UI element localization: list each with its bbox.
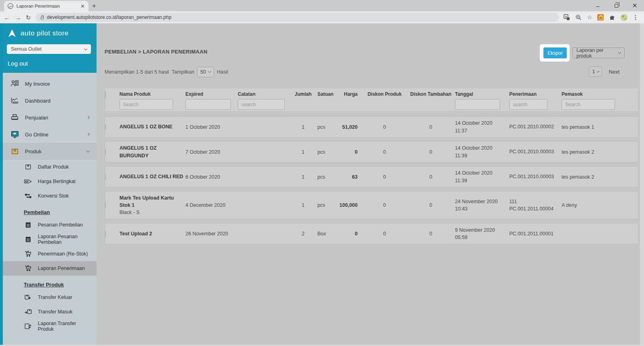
browser-tab[interactable]: Laporan Penerimaan ✕: [4, 1, 88, 11]
sidebar-item-transfer-masuk[interactable]: Transfer Masuk: [3, 305, 97, 319]
sidebar-item-pesanan-pembelian[interactable]: Pesanan Pembelian: [3, 218, 97, 232]
cell-diskon-produk: 0: [362, 202, 407, 208]
filter-catatan-input[interactable]: [238, 99, 285, 110]
cell-nama-produk: Test Upload 2: [119, 230, 185, 237]
export-button[interactable]: Ekspor: [543, 47, 567, 58]
back-icon[interactable]: ←: [4, 14, 10, 21]
sidebar-item-transfer-keluar[interactable]: Transfer Keluar: [3, 290, 97, 305]
column-header-nama-produk: Nama Produk: [119, 91, 185, 97]
page-scrollbar[interactable]: [640, 23, 644, 346]
cell-tanggal: 14 October 202011:39: [455, 169, 509, 184]
transfer-out-icon: [24, 294, 33, 301]
online-store-icon: [10, 130, 20, 139]
column-header-catatan: Catatan: [238, 91, 292, 97]
hasil-label: Hasil: [217, 69, 228, 75]
table-row[interactable]: Mark Tes Upload Kartu Stok 1Black - S 4 …: [105, 191, 639, 219]
filter-penerimaan-input[interactable]: [509, 99, 547, 110]
page-number-value: 1: [592, 69, 595, 74]
cell-harga: 63: [336, 174, 362, 180]
outlet-select[interactable]: Semua Outlet: [7, 44, 91, 54]
sidebar-item-label: Pesanan Pembelian: [38, 222, 83, 228]
chevron-down-icon: [84, 47, 87, 50]
pagination: 1 Next: [589, 66, 619, 77]
cell-expired: 26 November 2020: [185, 231, 238, 237]
sidebar-item-konversi-stok[interactable]: Konversi Stok: [3, 189, 97, 203]
sidebar: auto pilot store Semua Outlet Log out My…: [0, 23, 97, 346]
sidebar-item-my-invoice[interactable]: My Invoice: [3, 75, 97, 92]
table-row[interactable]: ANGELUS 1 OZ CHILI RED 6 October 2020 1 …: [105, 166, 639, 187]
new-tab-button[interactable]: +: [88, 1, 100, 11]
page-number-select[interactable]: 1: [589, 66, 602, 77]
filter-expired-input[interactable]: [185, 99, 231, 110]
sidebar-item-laporan-penerimaan[interactable]: Laporan Penerimaan: [3, 261, 97, 276]
profile-avatar[interactable]: [621, 14, 628, 21]
row-checkbox[interactable]: [105, 231, 106, 237]
next-page-link[interactable]: Next: [609, 69, 619, 75]
close-button[interactable]: ✕: [625, 0, 644, 11]
shop-extension-icon[interactable]: [597, 14, 604, 21]
cell-pemasok: A deny: [562, 202, 622, 208]
cart-icon: [24, 250, 33, 257]
report-type-select[interactable]: Laporan per produk: [572, 47, 625, 58]
cell-penerimaan: PC.001.2010.00002: [509, 123, 562, 130]
page-size-select[interactable]: 50: [197, 67, 214, 77]
restore-button[interactable]: [607, 0, 625, 11]
logout-link[interactable]: Log out: [7, 60, 91, 67]
zoom-icon[interactable]: [575, 14, 582, 21]
column-header-diskon-tambahan: Diskon Tambahan: [407, 91, 455, 97]
tab-title: Laporan Penerimaan: [16, 4, 77, 8]
screen: Laporan Penerimaan ✕ + – ✕ ← → ↻ develop…: [0, 0, 644, 346]
column-header-diskon-produk: Diskon Produk: [362, 91, 407, 97]
dashboard-chart-icon: [10, 96, 20, 105]
table-row[interactable]: Test Upload 2 26 November 2020 2 Box 0 0…: [105, 223, 639, 244]
sidebar-item-label: Penjualan: [25, 115, 48, 121]
package-icon: [10, 147, 20, 156]
section-header-pembelian: Pembelian: [3, 203, 97, 218]
chevron-down-icon: [86, 149, 90, 152]
extensions-puzzle-icon[interactable]: [609, 14, 615, 21]
main-content: PEMBELIAN > LAPORAN PENERIMAAN Ekspor La…: [97, 23, 644, 346]
cell-satuan: Box: [314, 231, 336, 237]
row-checkbox[interactable]: [105, 124, 106, 130]
filter-tanggal-input[interactable]: [455, 99, 500, 110]
cell-diskon-tambahan: 0: [407, 124, 455, 130]
sidebar-item-laporan-transfer-produk[interactable]: Laporan Transfer Produk: [3, 319, 97, 334]
cell-expired: 1 October 2020: [185, 124, 238, 130]
sidebar-item-label: My Invoice: [25, 81, 50, 87]
tab-close-icon[interactable]: ✕: [80, 4, 85, 9]
sidebar-item-produk[interactable]: Produk: [3, 143, 97, 160]
cart-icon: [24, 265, 33, 272]
row-checkbox[interactable]: [105, 174, 106, 180]
cell-nama-produk: ANGELUS 1 OZ BURGUNDY: [119, 144, 185, 159]
sidebar-item-laporan-pesanan-pembelian[interactable]: Laporan Pesanan Pembelian: [3, 232, 97, 247]
cell-diskon-produk: 0: [362, 124, 407, 130]
logo-text: auto pilot store: [21, 29, 69, 37]
row-checkbox[interactable]: [105, 202, 106, 208]
sidebar-item-dashboard[interactable]: Dashboard: [3, 92, 97, 109]
browser-menu-icon[interactable]: ⋮: [633, 14, 638, 20]
reload-icon[interactable]: ↻: [26, 14, 31, 21]
bookmark-star-icon[interactable]: ☆: [587, 14, 592, 20]
cell-satuan: pcs: [314, 124, 336, 130]
minimize-button[interactable]: –: [588, 0, 607, 11]
cell-diskon-tambahan: 0: [407, 174, 455, 180]
select-all-checkbox[interactable]: [105, 91, 106, 99]
sidebar-item-penjualan[interactable]: Penjualan: [3, 109, 97, 126]
sidebar-item-daftar-produk[interactable]: Daftar Produk: [3, 160, 97, 174]
table-row[interactable]: ANGELUS 1 OZ BURGUNDY 7 October 2020 1 p…: [105, 141, 639, 163]
column-header-expired: Expired: [185, 91, 238, 97]
sidebar-item-label: Penerimaan (Re-Stok): [38, 251, 88, 257]
table-row[interactable]: ANGELUS 1 OZ BONE 1 October 2020 1 pcs 5…: [105, 116, 639, 138]
filter-nama-produk-input[interactable]: [119, 99, 173, 110]
results-summary: Menampilkan 1-5 dari 5 hasil Tampilkan 5…: [105, 66, 228, 77]
forward-icon[interactable]: →: [15, 14, 21, 21]
filter-pemasok-input[interactable]: [562, 99, 615, 110]
sidebar-item-harga-bertingkat[interactable]: RP Harga Bertingkat: [3, 174, 97, 189]
address-bar[interactable]: development.autopilotstore.co.id/laporan…: [36, 13, 559, 22]
sidebar-item-penerimaan-restok[interactable]: Penerimaan (Re-Stok): [3, 247, 97, 261]
translate-icon[interactable]: A: [564, 14, 570, 21]
cell-nama-produk: ANGELUS 1 OZ CHILI RED: [119, 173, 185, 180]
row-checkbox[interactable]: [105, 149, 106, 155]
sidebar-item-go-online[interactable]: Go Online: [3, 126, 97, 143]
sidebar-item-label: Konversi Stok: [38, 193, 69, 199]
